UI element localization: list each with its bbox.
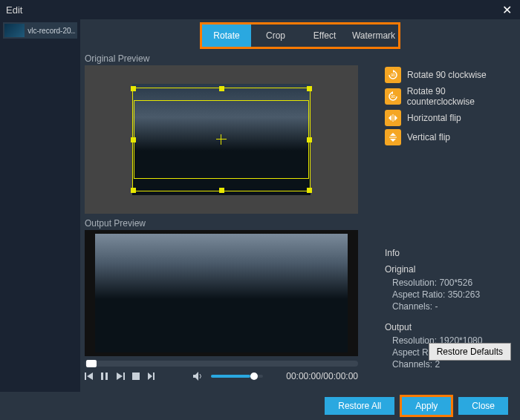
output-preview-label: Output Preview [85,218,363,229]
close-icon[interactable]: ✕ [499,2,514,17]
rotate-cw-option[interactable]: 90 Rotate 90 clockwise [385,67,514,83]
volume-icon[interactable] [193,372,204,381]
svg-marker-7 [148,373,152,380]
tab-watermark[interactable]: Watermark [349,24,398,47]
original-video-frame [132,84,311,195]
close-button[interactable]: Close [458,397,508,415]
window-title: Edit [6,4,499,16]
flip-v-icon [385,129,401,145]
tab-crop[interactable]: Crop [251,24,300,47]
flip-v-label: Vertical flip [407,132,450,142]
clip-item[interactable]: vlc-record-20... [3,22,77,39]
flip-h-label: Horizontal flip [407,113,461,123]
flip-h-icon [385,110,401,126]
volume-thumb[interactable] [250,373,258,380]
svg-rect-6 [132,373,140,380]
orig-res-label: Resolution: [392,278,437,288]
volume-slider[interactable] [211,375,263,378]
svg-rect-2 [101,373,103,380]
svg-rect-0 [85,373,86,380]
svg-text:90: 90 [391,73,395,77]
svg-rect-8 [153,373,155,380]
svg-marker-15 [394,115,397,121]
info-original-title: Original [385,264,514,275]
svg-text:90: 90 [391,94,395,99]
svg-marker-14 [389,115,391,121]
info-output-title: Output [385,322,514,332]
svg-marker-4 [117,373,123,380]
tabs-highlight: Rotate Crop Effect Watermark [80,19,520,49]
rotate-ccw-option[interactable]: 90 Rotate 90 counterclockwise [385,86,514,107]
orig-aspect-label: Aspect Ratio: [392,289,445,300]
progress-thumb[interactable] [86,360,97,367]
end-icon[interactable] [147,372,156,381]
stop-icon[interactable] [132,373,140,380]
svg-marker-18 [390,139,396,142]
crop-center-icon [216,134,227,145]
restore-defaults-button[interactable]: Restore Defaults [429,343,511,361]
tab-effect[interactable]: Effect [300,24,349,47]
orig-res-value: 700*526 [439,278,472,288]
out-channels-value: 2 [435,359,440,370]
svg-rect-3 [105,373,108,380]
flip-v-option[interactable]: Vertical flip [385,129,514,145]
playback-progress[interactable] [85,361,358,367]
rotate-ccw-label: Rotate 90 counterclockwise [407,86,514,107]
svg-marker-17 [390,133,396,136]
output-video-frame [95,234,348,352]
original-preview-label: Original Preview [85,53,363,64]
rotate-cw-label: Rotate 90 clockwise [407,70,487,80]
restore-all-button[interactable]: Restore All [325,397,394,415]
rotate-cw-icon: 90 [385,67,401,83]
rotate-ccw-icon: 90 [385,88,401,105]
orig-channels-value: - [435,301,438,312]
svg-marker-1 [87,373,93,380]
pause-icon[interactable] [101,372,108,381]
svg-rect-5 [123,373,125,380]
svg-marker-9 [193,372,198,381]
flip-h-option[interactable]: Horizontal flip [385,110,514,126]
prev-icon[interactable] [85,372,94,381]
original-preview-area[interactable] [85,65,358,214]
time-display: 00:00:00/00:00:00 [286,371,358,381]
info-header: Info [385,248,514,258]
output-preview-area [85,230,358,356]
out-channels-label: Channels: [392,359,432,370]
clip-label: vlc-record-20... [27,27,76,35]
clip-sidebar: vlc-record-20... [0,19,80,392]
next-icon[interactable] [116,372,125,381]
orig-channels-label: Channels: [392,301,432,312]
apply-button[interactable]: Apply [402,397,451,415]
tab-rotate[interactable]: Rotate [202,24,251,47]
clip-thumbnail [4,24,25,37]
orig-aspect-value: 350:263 [448,289,480,300]
